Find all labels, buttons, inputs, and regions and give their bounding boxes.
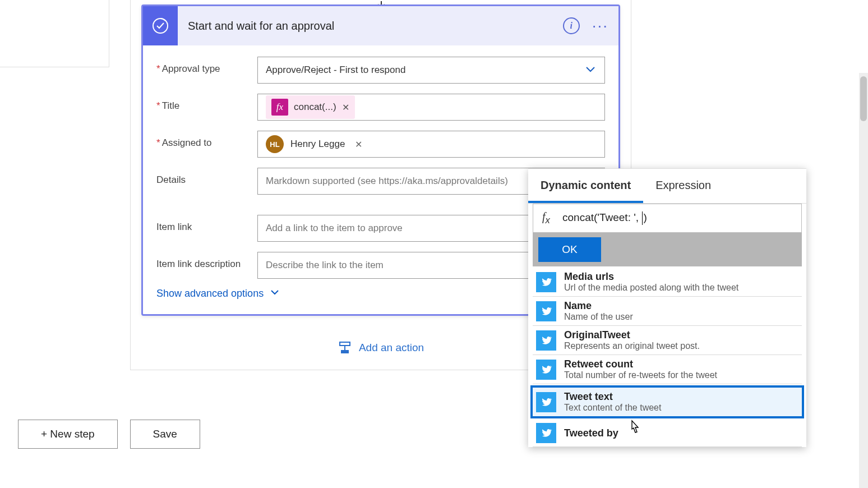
- footer-bar: + New step Save: [18, 420, 200, 449]
- expression-input-row[interactable]: fx concat('Tweet: ', ): [533, 204, 802, 233]
- dynamic-content-item[interactable]: Tweeted by: [533, 420, 802, 447]
- approval-icon: [143, 6, 178, 45]
- dynamic-content-item[interactable]: NameName of the user: [533, 297, 802, 326]
- avatar: HL: [266, 135, 284, 153]
- token-text: concat(...): [294, 102, 336, 113]
- fx-icon: fx: [271, 99, 288, 116]
- approval-type-select[interactable]: Approve/Reject - First to respond: [257, 57, 605, 84]
- twitter-icon: [536, 301, 556, 321]
- item-link-label: Item link: [156, 222, 192, 232]
- dynamic-content-item[interactable]: Tweet textText content of the tweet: [530, 385, 804, 418]
- assigned-to-row: *Assigned to HL Henry Legge ✕: [156, 131, 605, 158]
- tab-expression[interactable]: Expression: [643, 169, 723, 203]
- scrollbar[interactable]: [859, 73, 868, 488]
- person-chip[interactable]: HL Henry Legge ✕: [266, 135, 362, 153]
- dc-item-title: Tweet text: [564, 391, 661, 403]
- tab-dynamic-content[interactable]: Dynamic content: [528, 169, 643, 203]
- dynamic-content-item[interactable]: Media urlsUrl of the media posted along …: [533, 268, 802, 297]
- scrollbar-thumb[interactable]: [860, 76, 867, 121]
- info-icon[interactable]: i: [563, 17, 580, 34]
- assigned-to-label: Assigned to: [162, 137, 212, 148]
- twitter-icon: [536, 272, 556, 292]
- add-action-icon: [338, 340, 352, 355]
- dc-item-desc: Represents an original tweet post.: [564, 341, 700, 351]
- dc-item-title: Name: [564, 300, 633, 312]
- title-label: Title: [162, 100, 180, 111]
- approval-type-label: Approval type: [162, 63, 220, 74]
- twitter-icon: [536, 392, 556, 412]
- svg-rect-1: [340, 342, 350, 346]
- fx-icon: fx: [533, 210, 559, 226]
- chevron-down-icon: [269, 287, 280, 301]
- svg-rect-3: [341, 350, 349, 353]
- dc-item-desc: Text content of the tweet: [564, 403, 661, 413]
- dc-item-desc: Url of the media posted along with the t…: [564, 283, 738, 293]
- dc-item-title: OriginalTweet: [564, 329, 700, 341]
- dc-item-desc: Name of the user: [564, 312, 633, 322]
- dynamic-content-item[interactable]: Retweet countTotal number of re-tweets f…: [533, 355, 802, 384]
- popup-tabs: Dynamic content Expression: [528, 169, 806, 204]
- details-placeholder: Markdown supported (see https://aka.ms/a…: [266, 176, 508, 187]
- card-title: Start and wait for an approval: [178, 20, 563, 33]
- approval-type-value: Approve/Reject - First to respond: [266, 65, 405, 76]
- add-action-label: Add an action: [359, 342, 424, 354]
- item-link-desc-label: Item link description: [156, 259, 241, 269]
- person-name: Henry Legge: [290, 139, 345, 150]
- show-advanced-options-link[interactable]: Show advanced options: [156, 284, 280, 304]
- card-menu-button[interactable]: ···: [592, 17, 608, 35]
- left-panel-fragment: [0, 0, 109, 67]
- dynamic-content-item[interactable]: OriginalTweetRepresents an original twee…: [533, 326, 802, 355]
- chevron-down-icon: [584, 63, 597, 78]
- twitter-icon: [536, 423, 556, 443]
- new-step-button[interactable]: + New step: [18, 420, 118, 449]
- save-button[interactable]: Save: [130, 420, 200, 449]
- item-link-placeholder: Add a link to the item to approve: [266, 223, 403, 234]
- ok-bar: OK: [533, 233, 802, 266]
- twitter-icon: [536, 360, 556, 380]
- person-remove-icon[interactable]: ✕: [355, 139, 362, 150]
- token-remove-icon[interactable]: ✕: [342, 102, 349, 113]
- advanced-label: Show advanced options: [156, 288, 264, 300]
- title-row: *Title fx concat(...) ✕: [156, 94, 605, 121]
- dc-item-title: Retweet count: [564, 358, 717, 370]
- twitter-icon: [536, 330, 556, 351]
- approval-type-row: *Approval type Approve/Reject - First to…: [156, 57, 605, 84]
- dc-item-title: Tweeted by: [564, 427, 618, 439]
- dc-item-desc: Total number of re-tweets for the tweet: [564, 370, 717, 380]
- dynamic-content-list: Media urlsUrl of the media posted along …: [528, 266, 806, 447]
- dynamic-content-popup: Dynamic content Expression fx concat('Tw…: [528, 168, 806, 447]
- details-label: Details: [156, 174, 186, 185]
- ok-button[interactable]: OK: [538, 237, 601, 262]
- title-input[interactable]: fx concat(...) ✕: [257, 94, 605, 121]
- card-header[interactable]: Start and wait for an approval i ···: [143, 6, 618, 45]
- expression-token[interactable]: fx concat(...) ✕: [266, 95, 355, 119]
- expression-text: concat('Tweet: ', ): [559, 211, 801, 225]
- dc-item-title: Media urls: [564, 271, 738, 283]
- assigned-to-input[interactable]: HL Henry Legge ✕: [257, 131, 605, 158]
- item-link-desc-placeholder: Describe the link to the item: [266, 260, 384, 271]
